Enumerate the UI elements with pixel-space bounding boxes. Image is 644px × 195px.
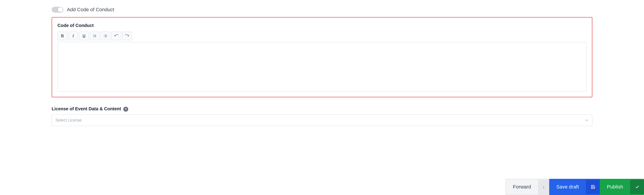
publish-label: Publish [600, 179, 630, 195]
code-of-conduct-section: Code of Conduct B I U 1 2 3 [52, 17, 592, 97]
toggle-label: Add Code of Conduct [67, 7, 114, 12]
bottom-action-bar: Forward › Save draft Publish [506, 179, 644, 195]
bottom-spacer [52, 135, 592, 158]
main-container: Add Code of Conduct Code of Conduct B I … [0, 0, 644, 195]
license-section: License of Event Data & Content ? Select… [52, 106, 592, 126]
underline-button[interactable]: U [79, 32, 89, 40]
license-select[interactable]: Select License [52, 114, 592, 126]
save-draft-button[interactable]: Save draft [549, 179, 600, 195]
redo-button[interactable] [122, 32, 132, 40]
ordered-list-button[interactable]: 1 2 3 [90, 32, 100, 40]
forward-button[interactable]: Forward › [506, 179, 549, 195]
save-draft-icon [586, 180, 600, 194]
publish-button[interactable]: Publish [600, 179, 644, 195]
unordered-list-button[interactable] [100, 32, 110, 40]
save-draft-label: Save draft [549, 179, 586, 195]
svg-point-11 [104, 36, 104, 37]
svg-point-9 [104, 34, 104, 35]
license-help-icon[interactable]: ? [123, 107, 128, 112]
license-label: License of Event Data & Content ? [52, 106, 592, 112]
publish-check-icon [630, 180, 644, 194]
undo-button[interactable] [112, 32, 121, 40]
editor-toolbar: B I U 1 2 3 [58, 32, 586, 40]
forward-button-label: Forward [506, 179, 538, 195]
code-of-conduct-editor[interactable] [58, 42, 586, 92]
code-of-conduct-title: Code of Conduct [58, 23, 586, 28]
add-code-of-conduct-toggle[interactable] [52, 7, 63, 12]
toggle-row: Add Code of Conduct [52, 7, 592, 12]
svg-text:3: 3 [93, 36, 94, 38]
bold-button[interactable]: B [58, 32, 67, 40]
svg-point-10 [104, 36, 104, 36]
forward-arrow-icon: › [538, 180, 549, 194]
italic-button[interactable]: I [68, 32, 78, 40]
